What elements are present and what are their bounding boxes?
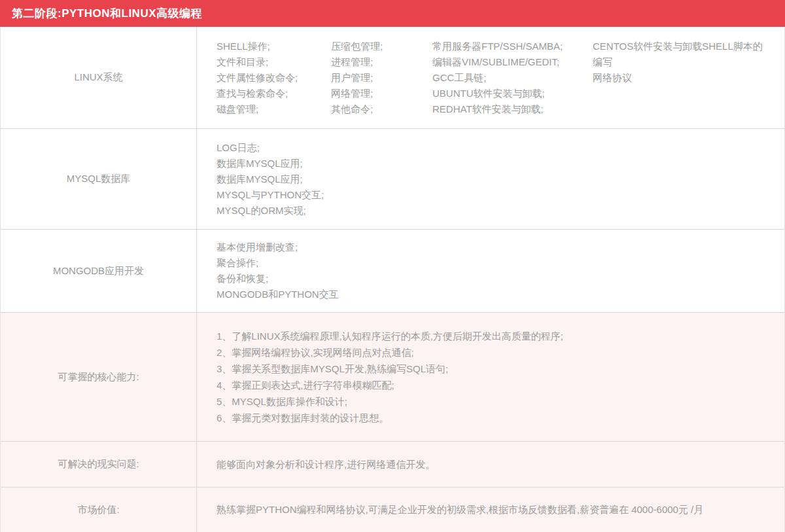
- course-item: MYSQL与PYTHON交互;: [217, 187, 771, 203]
- course-item: 数据库MYSQL应用;: [217, 156, 771, 171]
- row-label: MONGODB应用开发: [1, 230, 197, 312]
- mysql-topic-list: LOG日志; 数据库MYSQL应用; 数据库MYSQL应用; MYSQL与PYT…: [217, 140, 771, 219]
- course-item: 数据库MYSQL应用;: [217, 171, 771, 187]
- course-item: 查找与检索命令;: [217, 86, 331, 101]
- course-item: REDHAT软件安装与卸载;: [432, 101, 593, 117]
- row-content: 1、了解LINUX系统编程原理,认知程序运行的本质,方便后期开发出高质量的程序;…: [197, 313, 784, 441]
- course-item: SHELL操作;: [217, 39, 331, 54]
- course-item: MYSQL的ORM实现;: [217, 203, 771, 219]
- course-item: LOG日志;: [217, 140, 771, 156]
- stage-title: 第二阶段:PYTHON和LINUX高级编程: [12, 6, 202, 21]
- row-label: 可解决的现实问题:: [1, 442, 197, 487]
- course-item: 压缩包管理;: [331, 39, 432, 54]
- mongodb-topic-list: 基本使用增删改查; 聚合操作; 备份和恢复; MONGODB和PYTHON交互: [217, 239, 771, 302]
- row-label: LINUX系统: [1, 27, 197, 128]
- table-row-market-value: 市场价值: 熟练掌握PYTHON编程和网络协议,可满足企业开发的初级需求,根据市…: [1, 488, 784, 532]
- course-item: 网络管理;: [331, 86, 432, 101]
- linux-topic-column: 压缩包管理; 进程管理; 用户管理; 网络管理; 其他命令;: [331, 39, 432, 117]
- curriculum-table: LINUX系统 SHELL操作; 文件和目录; 文件属性修改命令; 查找与检索命…: [0, 27, 785, 532]
- course-item: 进程管理;: [331, 54, 432, 70]
- linux-topic-column: CENTOS软件安装与卸载SHELL脚本的编写 网络协议: [593, 39, 771, 117]
- course-item: 文件属性修改命令;: [217, 70, 331, 86]
- course-stage-page: 第二阶段:PYTHON和LINUX高级编程 LINUX系统 SHELL操作; 文…: [0, 0, 785, 532]
- linux-topic-columns: SHELL操作; 文件和目录; 文件属性修改命令; 查找与检索命令; 磁盘管理;…: [217, 39, 771, 117]
- table-row-linux-system: LINUX系统 SHELL操作; 文件和目录; 文件属性修改命令; 查找与检索命…: [1, 27, 784, 129]
- course-item: 6、掌握元类对数据库封装的设计思想。: [217, 410, 771, 426]
- course-item: 其他命令;: [331, 101, 432, 117]
- row-content: SHELL操作; 文件和目录; 文件属性修改命令; 查找与检索命令; 磁盘管理;…: [197, 27, 784, 128]
- course-item: 聚合操作;: [217, 255, 771, 271]
- course-item: CENTOS软件安装与卸载SHELL脚本的编写: [593, 39, 771, 70]
- row-content: 熟练掌握PYTHON编程和网络协议,可满足企业开发的初级需求,根据市场反馈数据看…: [197, 488, 784, 532]
- row-content: 基本使用增删改查; 聚合操作; 备份和恢复; MONGODB和PYTHON交互: [197, 230, 784, 312]
- course-item: 文件和目录;: [217, 54, 331, 70]
- course-item: 编辑器VIM/SUBLIME/GEDIT;: [432, 54, 593, 70]
- stage-header: 第二阶段:PYTHON和LINUX高级编程: [0, 0, 785, 27]
- course-item: UBUNTU软件安装与卸载;: [432, 86, 593, 101]
- linux-topic-column: 常用服务器FTP/SSH/SAMBA; 编辑器VIM/SUBLIME/GEDIT…: [432, 39, 593, 117]
- course-item: 用户管理;: [331, 70, 432, 86]
- course-item: 2、掌握网络编程协议,实现网络间点对点通信;: [217, 344, 771, 361]
- course-item: GCC工具链;: [432, 70, 593, 86]
- course-item: 备份和恢复;: [217, 271, 771, 287]
- course-item: 1、了解LINUX系统编程原理,认知程序运行的本质,方便后期开发出高质量的程序;: [217, 328, 771, 344]
- table-row-real-problems: 可解决的现实问题: 能够面向对象分析和设计程序,进行网络通信开发。: [1, 442, 784, 488]
- table-row-mongodb-dev: MONGODB应用开发 基本使用增删改查; 聚合操作; 备份和恢复; MONGO…: [1, 230, 784, 313]
- table-row-mysql-database: MYSQL数据库 LOG日志; 数据库MYSQL应用; 数据库MYSQL应用; …: [1, 129, 784, 230]
- course-item: MONGODB和PYTHON交互: [217, 287, 771, 302]
- row-content: LOG日志; 数据库MYSQL应用; 数据库MYSQL应用; MYSQL与PYT…: [197, 129, 784, 229]
- row-label: MYSQL数据库: [1, 129, 197, 229]
- table-row-core-abilities: 可掌握的核心能力: 1、了解LINUX系统编程原理,认知程序运行的本质,方便后期…: [1, 313, 784, 442]
- course-item: 网络协议: [593, 70, 771, 86]
- row-content: 能够面向对象分析和设计程序,进行网络通信开发。: [197, 442, 784, 487]
- row-label: 可掌握的核心能力:: [1, 313, 197, 441]
- core-ability-list: 1、了解LINUX系统编程原理,认知程序运行的本质,方便后期开发出高质量的程序;…: [217, 328, 771, 426]
- course-item: 磁盘管理;: [217, 101, 331, 117]
- course-item: 能够面向对象分析和设计程序,进行网络通信开发。: [217, 457, 771, 472]
- course-item: 熟练掌握PYTHON编程和网络协议,可满足企业开发的初级需求,根据市场反馈数据看…: [217, 503, 771, 517]
- course-item: 基本使用增删改查;: [217, 239, 771, 255]
- course-item: 常用服务器FTP/SSH/SAMBA;: [432, 39, 593, 54]
- course-item: 4、掌握正则表达式,进行字符串模糊匹配;: [217, 377, 771, 393]
- linux-topic-column: SHELL操作; 文件和目录; 文件属性修改命令; 查找与检索命令; 磁盘管理;: [217, 39, 331, 117]
- course-item: 5、MYSQL数据库操作和设计;: [217, 393, 771, 410]
- row-label: 市场价值:: [1, 488, 197, 532]
- course-item: 3、掌握关系型数据库MYSQL开发,熟练编写SQL语句;: [217, 361, 771, 377]
